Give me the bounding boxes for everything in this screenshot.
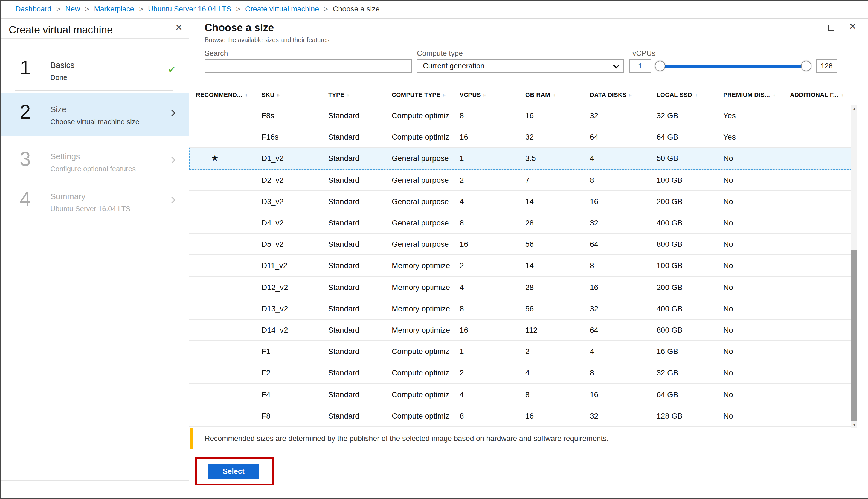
scroll-down-icon[interactable]: ▼ [851, 421, 857, 428]
table-row[interactable]: D14_v2StandardMemory optimize1611264800 … [189, 319, 851, 341]
scrollbar-thumb[interactable] [851, 250, 857, 421]
column-header[interactable]: PREMIUM DIS...↑↓ [723, 92, 790, 98]
cell-gb_ram: 14 [525, 197, 590, 206]
column-header-label: PREMIUM DIS... [723, 92, 770, 98]
select-button[interactable]: Select [208, 464, 259, 479]
sort-icon[interactable]: ↑↓ [346, 92, 349, 97]
restore-window-icon[interactable] [828, 25, 834, 31]
search-input[interactable] [205, 59, 412, 73]
step-text: Size Choose virtual machine size [50, 102, 160, 126]
breadcrumb-separator: > [324, 5, 328, 13]
table-row[interactable]: D3_v2StandardGeneral purpose41416200 GBN… [189, 191, 851, 212]
column-header-label: COMPUTE TYPE [392, 92, 440, 98]
compute-type-select[interactable]: Current generation [417, 59, 624, 73]
sort-icon[interactable]: ↑↓ [694, 92, 696, 97]
column-header[interactable]: VCPUS↑↓ [460, 92, 525, 98]
cell-compute_type: Memory optimize [392, 261, 460, 270]
cell-vcpus: 1 [460, 347, 525, 356]
chevron-right-icon [168, 157, 175, 163]
vcpus-slider[interactable] [657, 59, 810, 73]
slider-handle-min[interactable] [655, 60, 665, 71]
sort-icon[interactable]: ↑↓ [244, 92, 247, 97]
sort-icon[interactable]: ↑↓ [442, 92, 445, 97]
size-table-body: F8sStandardCompute optimiz8163232 GBYesF… [189, 105, 851, 427]
table-row[interactable]: F1StandardCompute optimiz12416 GBNo [189, 341, 851, 362]
sort-icon[interactable]: ↑↓ [482, 92, 485, 97]
cell-data_disks: 16 [590, 197, 657, 206]
step-label: Summary [50, 192, 160, 201]
table-row[interactable]: D11_v2StandardMemory optimize2148100 GBN… [189, 255, 851, 277]
table-row[interactable]: F8sStandardCompute optimiz8163232 GBYes [189, 105, 851, 126]
cell-vcpus: 16 [460, 326, 525, 334]
table-row[interactable]: D5_v2StandardGeneral purpose165664800 GB… [189, 234, 851, 255]
step-status [160, 189, 183, 203]
step-settings: 3 Settings Configure optional features [0, 142, 189, 182]
cell-gb_ram: 3.5 [525, 154, 590, 163]
table-row[interactable]: F8StandardCompute optimiz81632128 GBNo [189, 405, 851, 426]
cell-gb_ram: 16 [525, 111, 590, 120]
scroll-up-icon[interactable]: ▲ [851, 105, 857, 112]
close-icon[interactable]: × [849, 20, 856, 32]
cell-local_ssd: 32 GB [657, 368, 723, 377]
table-row[interactable]: D12_v2StandardMemory optimize42816200 GB… [189, 277, 851, 298]
column-header[interactable]: RECOMMEND...↑↓ [189, 92, 261, 98]
slider-handle-max[interactable] [801, 60, 811, 71]
column-header[interactable]: SKU↑↓ [261, 92, 328, 98]
step-number: 3 [0, 149, 50, 170]
slider-track[interactable] [657, 64, 810, 68]
cell-sku: D14_v2 [261, 326, 328, 334]
table-row[interactable]: D13_v2StandardMemory optimize85632400 GB… [189, 298, 851, 319]
cell-type: Standard [328, 175, 392, 184]
column-header-label: VCPUS [460, 92, 481, 98]
sort-icon[interactable]: ↑↓ [276, 92, 279, 97]
table-row[interactable]: D4_v2StandardGeneral purpose82832400 GBN… [189, 212, 851, 234]
left-panel-footer-divider [0, 480, 189, 481]
vertical-scrollbar[interactable]: ▲ ▼ [851, 105, 857, 428]
breadcrumb-item[interactable]: Ubuntu Server 16.04 LTS [148, 5, 231, 13]
column-header[interactable]: TYPE↑↓ [328, 92, 392, 98]
cell-sku: F1 [261, 347, 328, 356]
cell-gb_ram: 14 [525, 261, 590, 270]
column-header[interactable]: LOCAL SSD↑↓ [657, 92, 723, 98]
vcpus-max-input[interactable]: 128 [816, 59, 837, 73]
step-basics[interactable]: 1 Basics Done ✔ [0, 51, 189, 90]
cell-type: Standard [328, 368, 392, 377]
table-row[interactable]: F2StandardCompute optimiz24832 GBNo [189, 363, 851, 384]
cell-type: Standard [328, 240, 392, 248]
cell-data_disks: 16 [590, 283, 657, 291]
cell-type: Standard [328, 133, 392, 142]
sort-icon[interactable]: ↑↓ [628, 92, 631, 97]
breadcrumb-item[interactable]: Create virtual machine [245, 5, 319, 13]
breadcrumb-item[interactable]: Dashboard [15, 5, 51, 13]
column-header[interactable]: COMPUTE TYPE↑↓ [392, 92, 460, 98]
column-header[interactable]: DATA DISKS↑↓ [590, 92, 657, 98]
step-status: ✔ [160, 58, 183, 74]
cell-premium: No [723, 304, 790, 313]
note-accent-bar [190, 428, 193, 449]
sort-icon[interactable]: ↑↓ [840, 92, 843, 97]
cell-vcpus: 4 [460, 283, 525, 291]
cell-gb_ram: 28 [525, 218, 590, 227]
sort-icon[interactable]: ↑↓ [552, 92, 555, 97]
sort-icon[interactable]: ↑↓ [772, 92, 774, 97]
cell-data_disks: 32 [590, 218, 657, 227]
table-row[interactable]: D2_v2StandardGeneral purpose278100 GBNo [189, 169, 851, 191]
panel-title: Choose a size [205, 22, 274, 34]
column-header[interactable]: ADDITIONAL F...↑↓ [790, 92, 851, 98]
cell-compute_type: Memory optimize [392, 326, 460, 334]
compute-type-label: Compute type [417, 49, 463, 58]
vcpus-min-input[interactable]: 1 [629, 59, 651, 73]
breadcrumb-separator: > [85, 5, 89, 13]
table-row[interactable]: ★D1_v2StandardGeneral purpose13.5450 GBN… [189, 148, 851, 169]
table-row[interactable]: F4StandardCompute optimiz481664 GBNo [189, 384, 851, 405]
breadcrumb-item[interactable]: New [65, 5, 80, 13]
cell-data_disks: 4 [590, 347, 657, 356]
cell-sku: D2_v2 [261, 175, 328, 184]
step-size[interactable]: 2 Size Choose virtual machine size [0, 93, 189, 136]
column-header[interactable]: GB RAM↑↓ [525, 92, 590, 98]
cell-data_disks: 64 [590, 240, 657, 248]
close-icon[interactable]: × [175, 21, 182, 33]
breadcrumb-item[interactable]: Marketplace [94, 5, 134, 13]
cell-premium: No [723, 240, 790, 248]
table-row[interactable]: F16sStandardCompute optimiz16326464 GBYe… [189, 126, 851, 148]
